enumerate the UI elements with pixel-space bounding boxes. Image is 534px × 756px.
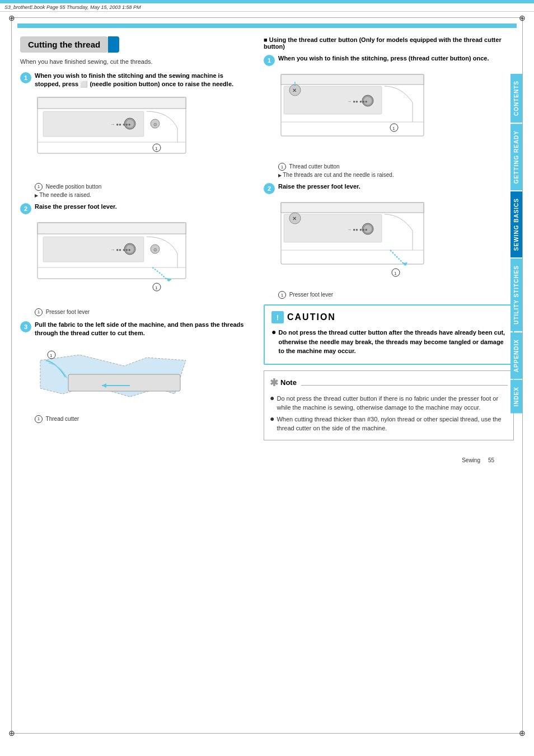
right-step-1-content: When you wish to finish the stitching, p… (278, 54, 489, 66)
step-1-number: 1 (20, 72, 31, 83)
corner-tr: ⊕ (518, 13, 527, 22)
caution-bullet-1: ● Do not press the thread cutter button … (271, 328, 506, 356)
svg-text:⊙: ⊙ (153, 247, 157, 252)
anno-text-2: Presser foot lever (46, 308, 90, 314)
anno-circle-1: 1 (35, 183, 43, 191)
caution-body-text: Do not press the thread cutter button af… (278, 328, 506, 356)
svg-text:1: 1 (155, 146, 158, 151)
sidebar-tab-utility-stitches[interactable]: UTILITY STITCHES (510, 259, 522, 331)
thread-cutter-svg: 1 (35, 344, 191, 411)
caution-title: ! CAUTION (271, 311, 506, 323)
step-1-content: When you wish to finish the stitching an… (35, 72, 244, 89)
sidebar-tab-contents[interactable]: CONTENTS (510, 74, 522, 123)
svg-text:→ ●● ●●●: → ●● ●●● (347, 227, 368, 232)
right-step-1-number: 1 (264, 55, 275, 66)
corner-tl: ⊕ (7, 13, 16, 22)
right-column: Using the thread cutter button (Only for… (255, 36, 514, 440)
note-bullet-dot-1: ● (270, 394, 274, 402)
anno-text-3: Thread cutter (46, 415, 79, 421)
right-step-1: 1 When you wish to finish the stitching,… (264, 54, 514, 66)
machine-svg-2: → ●● ●●● ⊙ 1 (35, 220, 191, 304)
right-step-2-number: 2 (264, 183, 275, 194)
step-1-arrow-note: The needle is raised. (35, 192, 244, 198)
svg-text:⊙: ⊙ (153, 122, 157, 127)
caution-icon: ! (271, 311, 284, 323)
right-machine-illus-2: ✕ → ●● ●●● 1 (278, 200, 514, 289)
right-anno-circle-2: 1 (278, 291, 286, 299)
svg-rect-23 (68, 374, 180, 391)
right-anno-circle-1: 1 (278, 163, 286, 171)
caution-label: CAUTION (287, 312, 336, 322)
step-1-annotation: 1 Needle position button (35, 183, 244, 191)
step-3-number: 3 (20, 321, 31, 332)
step-3: 3 Pull the fabric to the left side of th… (20, 321, 244, 338)
svg-text:1: 1 (155, 285, 158, 290)
machine-svg-1: → ●● ●●● ⊙ 1 (35, 95, 191, 179)
note-text-2: When cutting thread thicker than #30, ny… (277, 415, 508, 433)
svg-text:→ ●● ●●●: → ●● ●●● (347, 99, 368, 104)
main-content: Cutting the thread When you have finishe… (17, 36, 517, 440)
blue-top-accent (17, 24, 517, 28)
right-step-2: 2 Raise the presser foot lever. (264, 182, 514, 194)
svg-text:✕: ✕ (292, 87, 297, 93)
right-step-1-arrow-note: The threads are cut and the needle is ra… (278, 172, 514, 178)
right-step-1-annotation: 1 Thread cutter button (278, 163, 514, 171)
sidebar-tab-getting-ready[interactable]: GETTING READY (510, 124, 522, 190)
right-step-2-annotation: 1 Presser foot lever (278, 291, 514, 299)
page-footer: Sewing 55 (17, 457, 517, 463)
note-bullet-dot-2: ● (270, 415, 274, 422)
svg-text:1: 1 (50, 353, 53, 358)
right-machine-svg-2: ✕ → ●● ●●● 1 (278, 200, 429, 287)
page-number: 55 (488, 457, 494, 463)
caution-text: ● Do not press the thread cutter button … (271, 328, 506, 356)
note-star-icon: ✱ (270, 375, 278, 391)
section-title: Cutting the thread (20, 36, 108, 53)
page-border: ⊕ ⊕ ⊕ ⊕ Cutting the thread When you have… (11, 17, 523, 734)
step-2-content: Raise the presser foot lever. (35, 203, 117, 214)
sidebar-tab-index[interactable]: INDEX (510, 380, 522, 414)
machine-illus-1: → ●● ●●● ⊙ 1 (35, 95, 244, 181)
right-anno-text-1: Thread cutter button (289, 163, 340, 170)
right-machine-svg-1: ✕ → ●● ●●● 1 (278, 72, 429, 158)
anno-circle-3: 1 (35, 415, 43, 423)
file-info: S3_brotherE.book Page 55 Thursday, May 1… (0, 3, 534, 12)
step-1: 1 When you wish to finish the stitching … (20, 72, 244, 89)
step-3-content: Pull the fabric to the left side of the … (35, 321, 244, 338)
right-machine-illus-1: ✕ → ●● ●●● 1 (278, 72, 514, 161)
sidebar-tab-sewing-basics[interactable]: SEWING BASICS (510, 191, 522, 257)
note-label: Note (280, 377, 297, 388)
page-section-label: Sewing (462, 457, 480, 463)
svg-text:→ ●● ●●●: → ●● ●●● (110, 247, 131, 252)
step-2-number: 2 (20, 203, 31, 214)
left-column: Cutting the thread When you have finishe… (20, 36, 255, 440)
svg-text:1: 1 (392, 126, 395, 131)
right-sidebar: CONTENTS GETTING READY SEWING BASICS UTI… (510, 74, 522, 414)
note-text-1: Do not press the thread cutter button if… (277, 394, 508, 412)
intro-text: When you have finished sewing, cut the t… (20, 58, 244, 65)
machine-illus-2: → ●● ●●● ⊙ 1 (35, 220, 244, 306)
svg-text:→ ●● ●●●: → ●● ●●● (110, 122, 131, 127)
caution-bullet-dot: ● (271, 328, 276, 336)
right-step-2-content: Raise the presser foot lever. (278, 182, 360, 194)
svg-text:✕: ✕ (292, 215, 297, 222)
note-bullet-1: ● Do not press the thread cutter button … (270, 394, 508, 412)
note-bullet-2: ● When cutting thread thicker than #30, … (270, 415, 508, 433)
anno-circle-2: 1 (35, 308, 43, 316)
step-3-annotation: 1 Thread cutter (35, 415, 244, 423)
svg-rect-28 (281, 74, 424, 84)
svg-rect-40 (281, 203, 424, 213)
note-box: ✱ Note ● Do not press the thread cutter … (264, 370, 514, 440)
svg-rect-1 (38, 97, 186, 109)
needle-pos-icon: ⬜ (80, 81, 90, 87)
anno-text-1: Needle position button (46, 183, 102, 189)
step-2: 2 Raise the presser foot lever. (20, 203, 244, 214)
corner-br: ⊕ (518, 729, 527, 738)
thread-cutter-illus: 1 (35, 344, 244, 413)
step-2-annotation: 1 Presser foot lever (35, 308, 244, 316)
svg-rect-12 (38, 223, 186, 234)
note-title: ✱ Note (270, 375, 508, 391)
right-anno-text-2: Presser foot lever (289, 292, 333, 298)
right-section-heading: Using the thread cutter button (Only for… (264, 36, 514, 50)
caution-box: ! CAUTION ● Do not press the thread cutt… (264, 304, 514, 365)
sidebar-tab-appendix[interactable]: APPENDIX (510, 332, 522, 379)
